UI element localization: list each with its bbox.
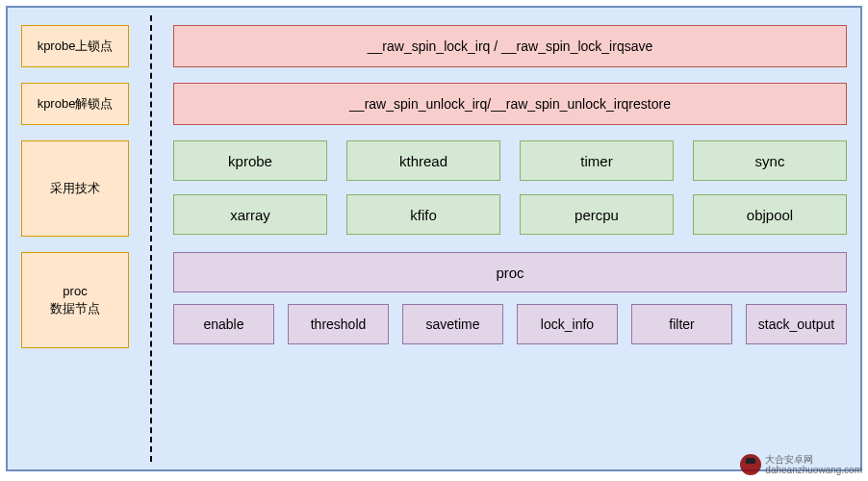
watermark-title: 大合安卓网 xyxy=(765,454,862,465)
proc-grid: enable threshold savetime lock_info filt… xyxy=(173,304,847,344)
tech-item: kthread xyxy=(346,140,500,181)
proc-header: proc xyxy=(173,252,847,292)
tech-item: timer xyxy=(520,140,674,181)
row-tech: 采用技术 kprobe kthread timer sync xarray kf… xyxy=(21,140,847,237)
tech-item: xarray xyxy=(173,194,327,235)
lock-functions: __raw_spin_lock_irq / __raw_spin_lock_ir… xyxy=(173,25,847,67)
label-tech: 采用技术 xyxy=(21,140,129,237)
tech-item: kfifo xyxy=(346,194,500,235)
diagram-container: kprobe上锁点 __raw_spin_lock_irq / __raw_sp… xyxy=(6,6,862,471)
label-proc: proc 数据节点 xyxy=(21,252,129,348)
proc-item: savetime xyxy=(402,304,503,344)
vertical-divider xyxy=(150,15,152,462)
proc-item: lock_info xyxy=(517,304,618,344)
label-unlock-point: kprobe解锁点 xyxy=(21,83,129,125)
proc-item: stack_output xyxy=(746,304,847,344)
tech-item: objpool xyxy=(693,194,847,235)
tech-item: percpu xyxy=(520,194,674,235)
watermark: 大合安卓网 daheanzhuowang.com xyxy=(740,454,862,475)
proc-item: enable xyxy=(173,304,274,344)
tech-item: sync xyxy=(693,140,847,181)
unlock-functions: __raw_spin_unlock_irq/__raw_spin_unlock_… xyxy=(173,83,847,125)
row-unlock-point: kprobe解锁点 __raw_spin_unlock_irq/__raw_sp… xyxy=(21,83,847,125)
row-lock-point: kprobe上锁点 __raw_spin_lock_irq / __raw_sp… xyxy=(21,25,847,67)
row-proc: proc 数据节点 proc enable threshold savetime… xyxy=(21,252,847,348)
tech-grid: kprobe kthread timer sync xarray kfifo p… xyxy=(173,140,847,237)
label-lock-point: kprobe上锁点 xyxy=(21,25,129,67)
proc-item: threshold xyxy=(288,304,389,344)
watermark-icon xyxy=(740,454,761,475)
watermark-url: daheanzhuowang.com xyxy=(765,465,862,475)
tech-item: kprobe xyxy=(173,140,327,181)
proc-item: filter xyxy=(631,304,732,344)
